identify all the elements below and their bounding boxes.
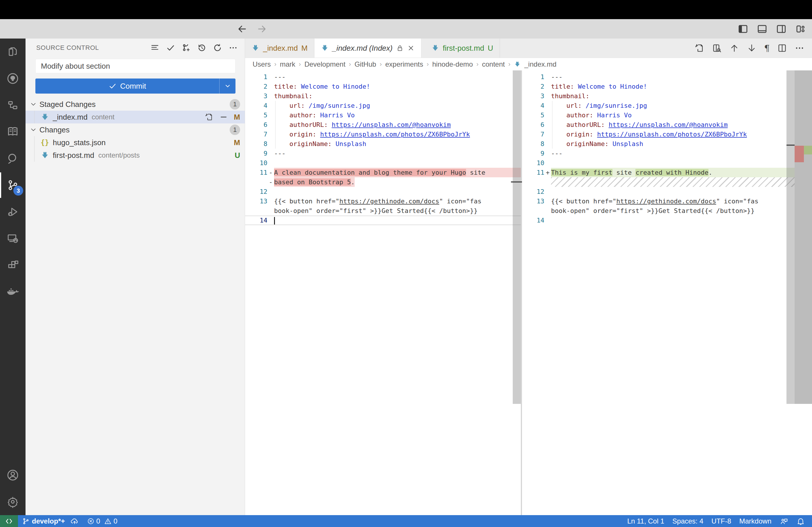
staged-changes-header[interactable]: Staged Changes 1: [26, 98, 245, 111]
diff-original-pane[interactable]: 1---2title: Welcome to Hinode!3thumbnail…: [245, 71, 521, 515]
changed-file-row[interactable]: {} hugo_stats.json M: [26, 136, 245, 149]
tab-index-md-diff[interactable]: _index.md (Index): [314, 39, 421, 58]
breadcrumb-item[interactable]: experiments: [385, 60, 423, 69]
breadcrumb-item[interactable]: GitHub: [354, 60, 376, 69]
remote-explorer-icon[interactable]: [0, 225, 26, 252]
search-icon[interactable]: [0, 145, 26, 172]
customize-layout-icon[interactable]: [795, 24, 806, 34]
left-scrollbar[interactable]: [513, 71, 521, 404]
commit-check-icon[interactable]: [166, 43, 175, 52]
code-line[interactable]: 1---: [522, 72, 812, 82]
whitespace-pilcrow-icon[interactable]: ¶: [764, 43, 770, 53]
code-line[interactable]: 1---: [245, 72, 521, 82]
source-control-icon[interactable]: 3: [0, 172, 26, 198]
breadcrumb-item[interactable]: Development: [304, 60, 345, 69]
right-scrollbar[interactable]: [786, 71, 795, 404]
unstage-minus-icon[interactable]: [219, 113, 228, 121]
line-number[interactable]: 6: [245, 121, 267, 129]
code-line[interactable]: 10: [522, 158, 812, 168]
create-branch-icon[interactable]: [182, 43, 191, 52]
history-icon[interactable]: [197, 43, 206, 52]
line-number[interactable]: 4: [522, 102, 544, 109]
account-icon[interactable]: [0, 462, 26, 488]
diff-overview-ruler[interactable]: [795, 71, 812, 404]
refresh-icon[interactable]: [213, 43, 222, 52]
code-line[interactable]: 7 origin: https://unsplash.com/photos/ZX…: [245, 130, 521, 139]
commit-button[interactable]: Commit: [35, 78, 235, 94]
changes-header[interactable]: Changes 1: [26, 123, 245, 136]
code-line[interactable]: book-open" order="first" >}}Get Started{…: [522, 206, 812, 215]
line-number[interactable]: 1: [522, 73, 544, 80]
code-line[interactable]: 2title: Welcome to Hinode!: [522, 82, 812, 91]
line-number[interactable]: 9: [522, 150, 544, 157]
line-number[interactable]: 7: [522, 131, 544, 138]
line-number[interactable]: 1: [245, 73, 267, 80]
line-number[interactable]: 3: [245, 92, 267, 100]
explorer-icon[interactable]: [0, 39, 26, 65]
code-line[interactable]: 2title: Welcome to Hinode!: [245, 82, 521, 91]
docker-icon[interactable]: [0, 278, 26, 305]
remote-indicator[interactable]: [0, 515, 18, 527]
code-line[interactable]: 3thumbnail:: [245, 91, 521, 101]
line-number[interactable]: 12: [245, 188, 267, 195]
view-as-tree-icon[interactable]: [150, 43, 160, 52]
problems-status[interactable]: 0 0: [83, 515, 121, 527]
line-number[interactable]: 6: [522, 121, 544, 129]
toggle-panel-icon[interactable]: [757, 24, 767, 34]
line-number[interactable]: 12: [522, 188, 544, 195]
code-line[interactable]: 5 author: Harris Vo: [245, 110, 521, 120]
line-number[interactable]: 11: [522, 169, 544, 176]
code-line[interactable]: 4 url: /img/sunrise.jpg: [245, 101, 521, 110]
code-line[interactable]: 10: [245, 158, 521, 168]
run-debug-icon[interactable]: [0, 198, 26, 225]
code-line[interactable]: 8 originName: Unsplash: [522, 139, 812, 149]
more-actions-icon[interactable]: [795, 43, 804, 53]
notifications-bell-icon[interactable]: [792, 515, 809, 527]
more-actions-icon[interactable]: [229, 43, 238, 52]
code-line[interactable]: book-open" order="first" >}}Get Started{…: [245, 206, 521, 215]
toggle-secondary-sidebar-icon[interactable]: [776, 24, 786, 34]
history-forward-button[interactable]: [257, 24, 267, 34]
open-file-icon[interactable]: [695, 43, 705, 53]
code-line[interactable]: 11+This is my first site created with Hi…: [522, 168, 812, 177]
language-mode[interactable]: Markdown: [735, 515, 775, 527]
github-icon[interactable]: [0, 65, 26, 92]
tab-index-md[interactable]: _index.md M: [245, 39, 314, 58]
code-line[interactable]: 12: [522, 187, 812, 196]
line-number[interactable]: 11: [245, 169, 267, 176]
line-number[interactable]: 2: [522, 83, 544, 90]
commit-message-input[interactable]: [35, 59, 235, 73]
indentation-setting[interactable]: Spaces: 4: [668, 515, 708, 527]
code-line[interactable]: 9---: [245, 149, 521, 158]
line-number[interactable]: 5: [245, 111, 267, 119]
close-tab-icon[interactable]: [407, 44, 415, 52]
previous-change-icon[interactable]: [729, 43, 739, 53]
line-number[interactable]: 2: [245, 83, 267, 90]
open-file-icon[interactable]: [205, 113, 214, 121]
feedback-icon[interactable]: [775, 515, 792, 527]
extensions-icon[interactable]: [0, 252, 26, 278]
code-line[interactable]: 6 authorURL: https://unsplash.com/@hoanv…: [245, 120, 521, 130]
code-line[interactable]: 5 author: Harris Vo: [522, 110, 812, 120]
code-line[interactable]: 11-A clean documentation and blog theme …: [245, 168, 521, 177]
line-number[interactable]: 3: [522, 92, 544, 100]
code-line[interactable]: 3thumbnail:: [522, 91, 812, 101]
line-number[interactable]: 5: [522, 111, 544, 119]
code-line[interactable]: -based on Bootstrap 5.: [245, 177, 521, 187]
breadcrumb-item[interactable]: mark: [280, 60, 295, 69]
code-line[interactable]: 13{{< button href="https://gethinode.com…: [522, 196, 812, 206]
docs-book-icon[interactable]: [0, 119, 26, 145]
breadcrumb-item[interactable]: _index.md: [524, 60, 556, 69]
code-line[interactable]: 14: [245, 215, 521, 225]
split-editor-icon[interactable]: [777, 43, 787, 53]
code-line[interactable]: 7 origin: https://unsplash.com/photos/ZX…: [522, 130, 812, 139]
next-change-icon[interactable]: [747, 43, 757, 53]
branch-status[interactable]: develop*+: [18, 515, 83, 527]
diff-modified-pane[interactable]: 1---2title: Welcome to Hinode!3thumbnail…: [522, 71, 812, 515]
code-line[interactable]: 13{{< button href="https://gethinode.com…: [245, 196, 521, 206]
commit-dropdown-chevron[interactable]: [219, 78, 235, 94]
inline-view-icon[interactable]: [712, 43, 722, 53]
code-line[interactable]: 4 url: /img/sunrise.jpg: [522, 101, 812, 110]
toggle-primary-sidebar-icon[interactable]: [738, 24, 748, 34]
code-line[interactable]: 14: [522, 215, 812, 225]
